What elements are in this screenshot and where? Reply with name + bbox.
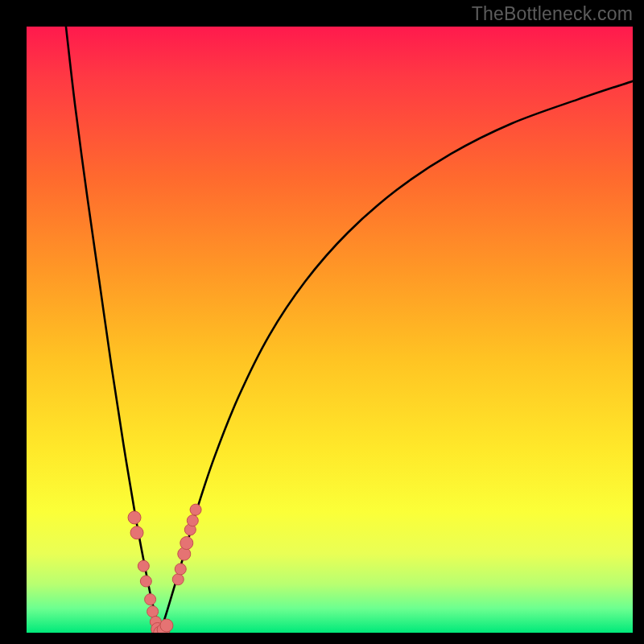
data-marker (160, 619, 173, 632)
data-marker (180, 537, 193, 550)
curve-left_branch (66, 27, 160, 633)
data-marker (145, 594, 156, 605)
chart-frame: TheBottleneck.com (0, 0, 644, 644)
data-marker (138, 560, 149, 572)
data-marker (128, 511, 141, 524)
data-marker (187, 515, 198, 526)
chart-svg (0, 0, 644, 644)
data-marker (130, 526, 143, 539)
curve-right_branch (160, 81, 633, 633)
data-marker (140, 576, 151, 587)
data-marker (172, 574, 184, 585)
data-marker (175, 564, 186, 575)
watermark-text: TheBottleneck.com (472, 3, 633, 25)
data-marker (147, 606, 159, 617)
data-marker (190, 504, 201, 515)
